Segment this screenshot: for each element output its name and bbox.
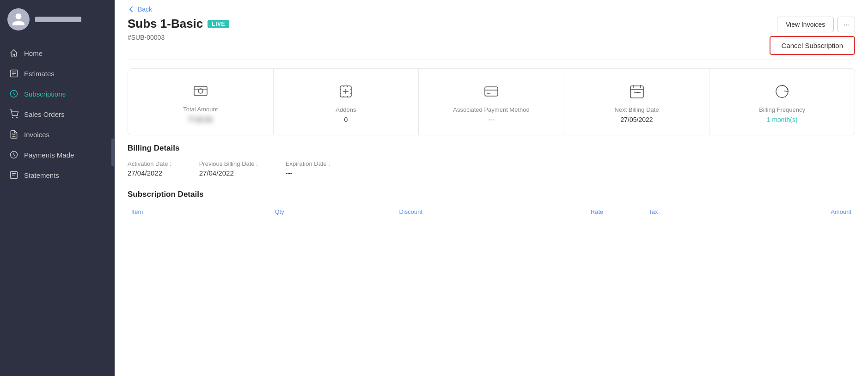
- sidebar-username: [35, 17, 81, 22]
- sidebar-item-statements-label: Statements: [24, 171, 59, 179]
- col-discount: Discount: [326, 204, 496, 220]
- back-link[interactable]: Back: [128, 6, 855, 13]
- activation-date-value: 27/04/2022: [128, 169, 171, 177]
- billing-details-grid: Activation Date : 27/04/2022 Previous Bi…: [128, 160, 855, 177]
- sidebar-item-sales-orders[interactable]: Sales Orders: [0, 104, 115, 124]
- expiration-date-label: Expiration Date :: [286, 160, 330, 167]
- subscription-table-head: Item Qty Discount Rate Tax Amount: [128, 204, 855, 220]
- activation-date-field: Activation Date : 27/04/2022: [128, 160, 171, 177]
- previous-billing-date-value: 27/04/2022: [199, 169, 258, 177]
- sidebar-nav: Home Estimates Subscriptions Sales Order…: [0, 39, 115, 376]
- col-tax: Tax: [607, 204, 699, 220]
- stats-row: Total Amount ₹ 99.99 Addons 0: [128, 68, 855, 135]
- subscription-id: #SUB-00003: [128, 34, 229, 41]
- billing-details-section: Billing Details Activation Date : 27/04/…: [115, 144, 868, 220]
- addons-value: 0: [344, 116, 348, 123]
- next-billing-value: 27/05/2022: [621, 116, 653, 123]
- invoices-icon: [9, 130, 18, 139]
- col-amount: Amount: [700, 204, 855, 220]
- svg-point-2: [12, 117, 13, 118]
- subscriptions-icon: [9, 89, 18, 98]
- chevron-left-icon: [128, 6, 135, 13]
- subscription-details-table: Item Qty Discount Rate Tax Amount: [128, 204, 855, 220]
- sidebar: Home Estimates Subscriptions Sales Order…: [0, 0, 115, 376]
- sidebar-item-subscriptions-label: Subscriptions: [24, 90, 66, 98]
- sidebar-item-statements[interactable]: Statements: [0, 165, 115, 185]
- billing-freq-value: 1 month(s): [767, 116, 798, 123]
- subscription-details-title: Subscription Details: [128, 190, 855, 199]
- main-content: Back Subs 1-Basic LIVE #SUB-00003 View I…: [115, 0, 868, 376]
- live-badge: LIVE: [208, 20, 229, 28]
- payment-method-value: ---: [488, 116, 495, 123]
- sidebar-header: [0, 0, 115, 39]
- next-billing-label: Next Billing Date: [615, 106, 659, 113]
- payment-method-label: Associated Payment Method: [453, 106, 529, 113]
- stat-card-addons: Addons 0: [274, 69, 419, 135]
- previous-billing-date-field: Previous Billing Date : 27/04/2022: [199, 160, 258, 177]
- page-title-group: Subs 1-Basic LIVE #SUB-00003: [128, 17, 229, 41]
- addons-label: Addons: [336, 106, 356, 113]
- statements-icon: [9, 170, 18, 180]
- payment-method-icon: [482, 82, 501, 101]
- subscription-table-header-row: Item Qty Discount Rate Tax Amount: [128, 204, 855, 220]
- stat-card-billing-freq: Billing Frequency 1 month(s): [709, 69, 855, 135]
- stat-card-next-billing: Next Billing Date 27/05/2022: [564, 69, 710, 135]
- top-bar: Back Subs 1-Basic LIVE #SUB-00003 View I…: [115, 0, 868, 60]
- total-amount-value: ₹ 99.99: [189, 115, 213, 124]
- previous-billing-date-label: Previous Billing Date :: [199, 160, 258, 167]
- page-title-row: Subs 1-Basic LIVE: [128, 17, 229, 31]
- billing-freq-label: Billing Frequency: [759, 106, 805, 113]
- col-qty: Qty: [233, 204, 325, 220]
- page-title: Subs 1-Basic: [128, 17, 203, 31]
- expiration-date-value: ---: [286, 169, 330, 177]
- header-actions: View Invoices ··· Cancel Subscription: [770, 17, 855, 55]
- sidebar-item-estimates[interactable]: Estimates: [0, 63, 115, 84]
- more-icon: ···: [844, 21, 849, 28]
- payments-made-icon: [9, 150, 18, 159]
- back-label: Back: [138, 6, 152, 13]
- billing-freq-icon: [773, 82, 791, 101]
- cancel-subscription-button[interactable]: Cancel Subscription: [770, 36, 855, 55]
- estimates-icon: [9, 69, 18, 78]
- col-rate: Rate: [496, 204, 607, 220]
- sidebar-item-home-label: Home: [24, 49, 43, 57]
- sidebar-item-invoices-label: Invoices: [24, 131, 49, 139]
- view-invoices-button[interactable]: View Invoices: [777, 17, 834, 32]
- sidebar-item-payments-made[interactable]: Payments Made: [0, 145, 115, 165]
- home-icon: [9, 49, 18, 58]
- more-button[interactable]: ···: [837, 17, 855, 32]
- total-amount-label: Total Amount: [183, 106, 218, 113]
- activation-date-label: Activation Date :: [128, 160, 171, 167]
- header-actions-row: View Invoices ···: [777, 17, 855, 32]
- col-item: Item: [128, 204, 233, 220]
- svg-rect-8: [194, 86, 207, 96]
- next-billing-icon: [628, 82, 646, 101]
- sidebar-item-sales-orders-label: Sales Orders: [24, 110, 65, 118]
- sidebar-item-subscriptions[interactable]: Subscriptions: [0, 84, 115, 104]
- svg-rect-12: [485, 87, 498, 96]
- sidebar-item-home[interactable]: Home: [0, 43, 115, 63]
- total-amount-icon: [191, 82, 210, 100]
- sidebar-scrollbar-thumb[interactable]: [111, 139, 114, 166]
- sidebar-item-estimates-label: Estimates: [24, 70, 55, 78]
- sales-orders-icon: [9, 109, 18, 119]
- expiration-date-field: Expiration Date : ---: [286, 160, 330, 177]
- stat-card-total-amount: Total Amount ₹ 99.99: [128, 69, 274, 135]
- sidebar-item-payments-made-label: Payments Made: [24, 151, 74, 159]
- header-divider: [128, 60, 855, 60]
- avatar: [7, 8, 30, 30]
- svg-rect-15: [630, 86, 643, 98]
- stat-card-payment-method: Associated Payment Method ---: [419, 69, 564, 135]
- svg-point-3: [17, 117, 18, 118]
- page-header: Subs 1-Basic LIVE #SUB-00003 View Invoic…: [128, 17, 855, 55]
- billing-details-title: Billing Details: [128, 144, 855, 153]
- sidebar-item-invoices[interactable]: Invoices: [0, 124, 115, 145]
- addons-icon: [336, 82, 355, 101]
